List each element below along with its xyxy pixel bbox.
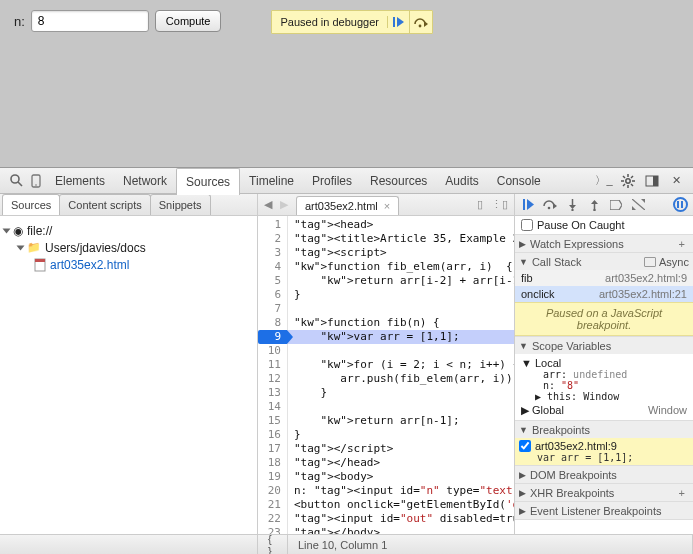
nav-fwd-icon[interactable]: ▶ xyxy=(280,198,288,211)
file-tree: ◉file:// 📁Users/jdavies/docs art035ex2.h… xyxy=(0,216,257,279)
debugger-toolbar xyxy=(515,194,693,216)
tab-elements[interactable]: Elements xyxy=(46,168,114,193)
scope-var[interactable]: ▶ this: Window xyxy=(521,391,687,402)
callstack-fn: onclick xyxy=(521,288,555,300)
watch-label: Watch Expressions xyxy=(530,238,624,250)
console-drawer-icon[interactable]: 〉_ xyxy=(593,171,615,191)
async-toggle-button[interactable] xyxy=(629,196,647,214)
folder-icon: 📁 xyxy=(27,241,41,254)
svg-line-13 xyxy=(623,176,625,178)
event-breakpoints-section[interactable]: ▶Event Listener Breakpoints xyxy=(515,502,693,520)
resume-button[interactable] xyxy=(519,196,537,214)
pause-exceptions-button[interactable] xyxy=(671,196,689,214)
tree-folder[interactable]: 📁Users/jdavies/docs xyxy=(4,239,253,256)
pause-on-caught-checkbox[interactable] xyxy=(521,219,533,231)
tree-file-label: art035ex2.html xyxy=(50,258,129,272)
sources-sidebar: Sources Content scripts Snippets ◉file:/… xyxy=(0,194,258,534)
sidebar-subtabs: Sources Content scripts Snippets xyxy=(0,194,257,216)
pause-on-caught-row: Pause On Caught xyxy=(515,216,693,235)
breakpoint-item[interactable]: art035ex2.html:9 var arr = [1,1]; xyxy=(515,438,693,465)
breakpoints-section: ▼Breakpoints art035ex2.html:9 var arr = … xyxy=(515,421,693,466)
page-content: n: Compute Paused in debugger xyxy=(0,0,693,167)
subtab-snippets[interactable]: Snippets xyxy=(150,194,211,215)
svg-marker-22 xyxy=(527,199,534,210)
svg-marker-34 xyxy=(641,199,645,203)
tab-resources[interactable]: Resources xyxy=(361,168,436,193)
input-label: n: xyxy=(14,14,25,29)
step-over-button[interactable] xyxy=(541,196,559,214)
document-icon xyxy=(34,258,46,272)
step-into-button[interactable] xyxy=(563,196,581,214)
tab-network[interactable]: Network xyxy=(114,168,176,193)
tab-sources[interactable]: Sources xyxy=(176,168,240,195)
tree-root-label: file:// xyxy=(27,224,52,238)
debugger-sidebar: Pause On Caught ▶Watch Expressions+ ▼Cal… xyxy=(515,194,693,534)
paused-label: Paused in debugger xyxy=(272,16,387,28)
toggle-sidebar-icon[interactable]: ▯ xyxy=(477,198,483,211)
tree-file[interactable]: art035ex2.html xyxy=(4,256,253,273)
resume-icon[interactable] xyxy=(388,11,410,33)
callstack-section: ▼Call Stack Async fibart035ex2.html:9 on… xyxy=(515,253,693,337)
breakpoint-checkbox[interactable] xyxy=(519,440,531,452)
code-panel: ◀▶ art035ex2.html × ▯ ⋮▯ 123456789101112… xyxy=(258,194,515,534)
subtab-sources[interactable]: Sources xyxy=(2,194,60,215)
callstack-fn: fib xyxy=(521,272,533,284)
more-icon[interactable]: ⋮▯ xyxy=(491,198,508,211)
svg-point-4 xyxy=(11,175,19,183)
cursor-position: Line 10, Column 1 xyxy=(288,535,693,554)
callstack-row[interactable]: onclickart035ex2.html:21 xyxy=(515,286,693,302)
scope-var: n: "8" xyxy=(521,380,687,391)
code-editor[interactable]: 1234567891011121314151617181920212223242… xyxy=(258,216,514,534)
chevron-down-icon: ▼ xyxy=(519,341,528,351)
file-tab[interactable]: art035ex2.html × xyxy=(296,196,399,215)
scope-label: Scope Variables xyxy=(532,340,611,352)
watch-section[interactable]: ▶Watch Expressions+ xyxy=(515,235,693,253)
close-tab-icon[interactable]: × xyxy=(384,200,390,212)
tab-timeline[interactable]: Timeline xyxy=(240,168,303,193)
chevron-right-icon: ▶ xyxy=(519,506,526,516)
device-icon[interactable] xyxy=(26,171,46,191)
event-bp-label: Event Listener Breakpoints xyxy=(530,505,661,517)
step-out-button[interactable] xyxy=(585,196,603,214)
svg-marker-33 xyxy=(632,206,636,210)
async-checkbox[interactable] xyxy=(644,257,656,267)
scope-local[interactable]: ▼ Local xyxy=(521,357,687,369)
svg-point-24 xyxy=(548,207,551,210)
add-watch-icon[interactable]: + xyxy=(679,238,689,250)
svg-rect-18 xyxy=(653,176,658,186)
add-xhr-bp-icon[interactable]: + xyxy=(679,487,689,499)
tab-profiles[interactable]: Profiles xyxy=(303,168,361,193)
scope-global[interactable]: ▶ GlobalWindow xyxy=(521,402,687,417)
svg-point-27 xyxy=(571,208,573,210)
svg-marker-23 xyxy=(553,203,557,209)
compute-button[interactable]: Compute xyxy=(155,10,222,32)
xhr-breakpoints-section[interactable]: ▶XHR Breakpoints+ xyxy=(515,484,693,502)
chevron-down-icon xyxy=(17,245,25,250)
svg-point-8 xyxy=(626,178,630,182)
breakpoints-label: Breakpoints xyxy=(532,424,590,436)
chevron-right-icon: ▶ xyxy=(519,239,526,249)
deactivate-breakpoints-button[interactable] xyxy=(607,196,625,214)
tree-root[interactable]: ◉file:// xyxy=(4,222,253,239)
dock-icon[interactable] xyxy=(641,171,663,191)
subtab-content-scripts[interactable]: Content scripts xyxy=(59,194,150,215)
callstack-row[interactable]: fibart035ex2.html:9 xyxy=(515,270,693,286)
dom-breakpoints-section[interactable]: ▶DOM Breakpoints xyxy=(515,466,693,484)
scope-var: arr: undefined xyxy=(521,369,687,380)
gear-icon[interactable] xyxy=(617,171,639,191)
n-input[interactable] xyxy=(31,10,149,32)
step-over-icon[interactable] xyxy=(410,11,432,33)
tab-audits[interactable]: Audits xyxy=(436,168,487,193)
callstack-loc: art035ex2.html:21 xyxy=(599,288,687,300)
chevron-down-icon: ▼ xyxy=(519,257,528,267)
nav-back-icon[interactable]: ◀ xyxy=(264,198,272,211)
chevron-down-icon xyxy=(3,228,11,233)
svg-line-16 xyxy=(623,184,625,186)
tab-console[interactable]: Console xyxy=(488,168,550,193)
close-icon[interactable]: ✕ xyxy=(665,171,687,191)
scope-section: ▼Scope Variables ▼ Local arr: undefined … xyxy=(515,337,693,421)
svg-point-3 xyxy=(419,25,422,28)
pretty-print-icon[interactable]: { } xyxy=(258,535,288,554)
search-icon[interactable] xyxy=(6,171,26,191)
status-bar: { } Line 10, Column 1 xyxy=(0,534,693,554)
